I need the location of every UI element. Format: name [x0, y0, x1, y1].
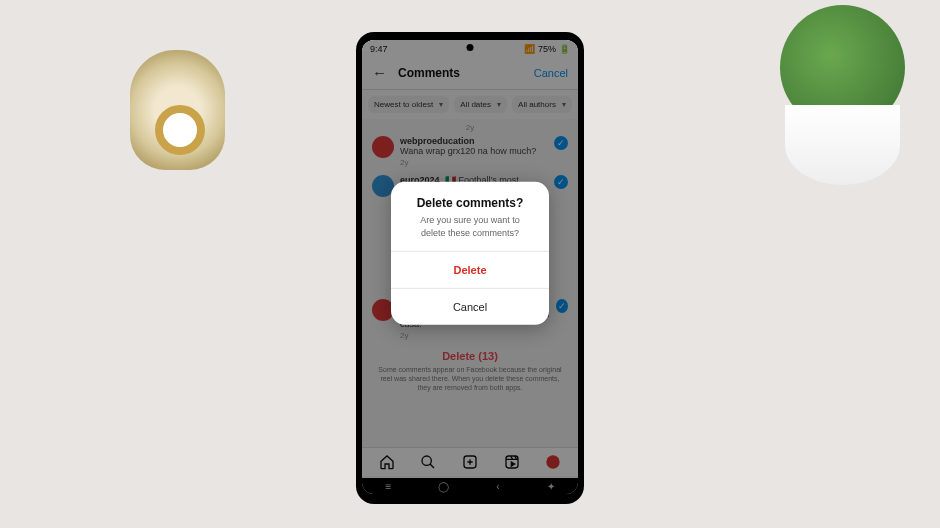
dialog-message: Are you sure you want to delete these co… — [391, 214, 549, 250]
delete-confirm-dialog: Delete comments? Are you sure you want t… — [391, 182, 549, 324]
phone-screen: 9:47 📶 75% 🔋 ← Comments Cancel Newest to… — [362, 40, 578, 494]
plant-pot — [785, 105, 900, 185]
dialog-cancel-button[interactable]: Cancel — [391, 288, 549, 325]
desk-clock — [130, 50, 225, 170]
clock-face — [155, 105, 205, 155]
dialog-delete-button[interactable]: Delete — [391, 251, 549, 288]
phone-frame: 9:47 📶 75% 🔋 ← Comments Cancel Newest to… — [356, 32, 584, 504]
dialog-title: Delete comments? — [391, 182, 549, 214]
